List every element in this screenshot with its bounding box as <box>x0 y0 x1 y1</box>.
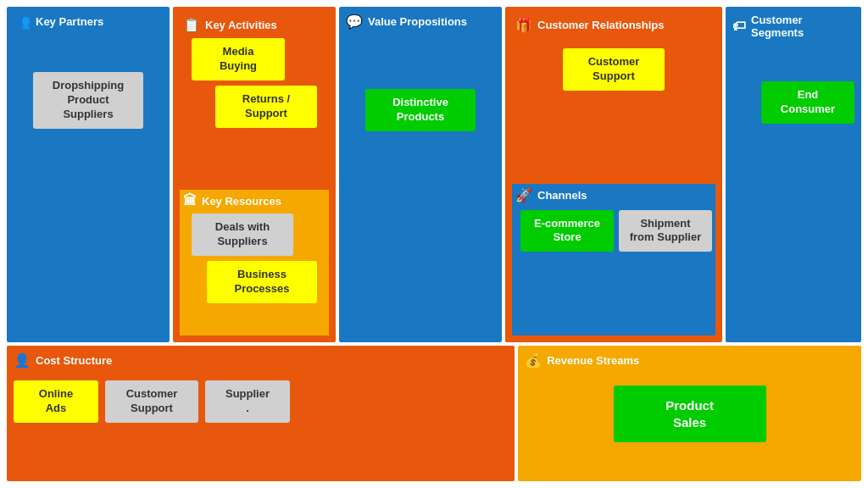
key-activities-icon: 📋 <box>183 17 200 33</box>
cost-cards-row: OnlineAds CustomerSupport Supplier. <box>14 380 508 423</box>
customer-segments-section: 🏷 Customer Segments EndConsumer <box>726 7 861 342</box>
cost-structure-section: 👤 Cost Structure OnlineAds CustomerSuppo… <box>7 346 515 481</box>
deals-with-suppliers-card: Deals withSuppliers <box>192 214 293 256</box>
key-activities-label: Key Activities <box>205 19 277 31</box>
revenue-streams-label: Revenue Streams <box>547 354 639 367</box>
key-partners-section: 👥 Key Partners DropshippingProduct Suppl… <box>7 7 170 342</box>
customer-relationships-label: Customer Relationships <box>537 19 665 31</box>
value-propositions-header: 💬 Value Propositions <box>346 14 495 30</box>
cr-top: 🎁 Customer Relationships CustomerSupport <box>512 14 715 180</box>
channels-label: Channels <box>537 189 587 202</box>
customer-support-cost-card: CustomerSupport <box>105 380 198 423</box>
value-propositions-section: 💬 Value Propositions DistinctiveProducts <box>339 7 502 342</box>
dropshipping-card: DropshippingProduct Suppliers <box>33 72 143 129</box>
key-activities-top: 📋 Key Activities MediaBuying Returns /Su… <box>180 14 329 186</box>
product-sales-card: ProductSales <box>614 385 766 442</box>
customer-segments-icon: 🏷 <box>732 19 746 34</box>
supplier-cost-card: Supplier. <box>205 380 290 423</box>
customer-segments-header: 🏷 Customer Segments <box>732 14 854 39</box>
key-partners-header: 👥 Key Partners <box>14 14 163 30</box>
channels-section: 🚀 Channels E-commerceStore Shipmentfrom … <box>512 184 715 336</box>
key-resources-icon: 🏛 <box>183 193 197 208</box>
key-resources-section: 🏛 Key Resources Deals withSuppliers Busi… <box>180 190 329 336</box>
top-section: 👥 Key Partners DropshippingProduct Suppl… <box>7 7 861 342</box>
key-resources-label: Key Resources <box>202 195 281 208</box>
key-partners-icon: 👥 <box>14 14 31 30</box>
bottom-section: 👤 Cost Structure OnlineAds CustomerSuppo… <box>7 346 861 481</box>
key-activities-header: 📋 Key Activities <box>183 17 326 33</box>
end-consumer-card: EndConsumer <box>761 81 854 124</box>
customer-relationships-icon: 🎁 <box>515 17 532 33</box>
shipment-supplier-card: Shipmentfrom Supplier <box>619 210 712 252</box>
revenue-streams-header: 💰 Revenue Streams <box>525 352 854 369</box>
online-ads-card: OnlineAds <box>14 380 98 423</box>
key-resources-header: 🏛 Key Resources <box>183 193 326 208</box>
revenue-streams-icon: 💰 <box>525 352 542 369</box>
customer-support-cr-card: CustomerSupport <box>563 48 665 91</box>
revenue-streams-section: 💰 Revenue Streams ProductSales <box>518 346 861 481</box>
distinctive-products-card: DistinctiveProducts <box>365 89 476 131</box>
media-buying-card: MediaBuying <box>192 38 285 80</box>
returns-support-card: Returns /Support <box>215 86 317 128</box>
customer-segments-label: Customer Segments <box>751 14 854 39</box>
cost-structure-header: 👤 Cost Structure <box>14 352 508 369</box>
key-partners-label: Key Partners <box>36 15 103 28</box>
customer-relationships-section: 🎁 Customer Relationships CustomerSupport… <box>505 7 722 342</box>
customer-relationships-header: 🎁 Customer Relationships <box>515 17 712 33</box>
canvas: 👥 Key Partners DropshippingProduct Suppl… <box>0 0 868 488</box>
ecommerce-store-card: E-commerceStore <box>520 210 614 252</box>
channels-icon: 🚀 <box>515 187 532 203</box>
cost-structure-label: Cost Structure <box>36 354 112 367</box>
business-processes-card: BusinessProcesses <box>207 261 317 303</box>
value-propositions-icon: 💬 <box>346 14 363 30</box>
key-activities-section: 📋 Key Activities MediaBuying Returns /Su… <box>173 7 336 342</box>
cost-structure-icon: 👤 <box>14 352 31 369</box>
channels-header: 🚀 Channels <box>515 187 712 203</box>
value-propositions-label: Value Propositions <box>368 15 467 28</box>
